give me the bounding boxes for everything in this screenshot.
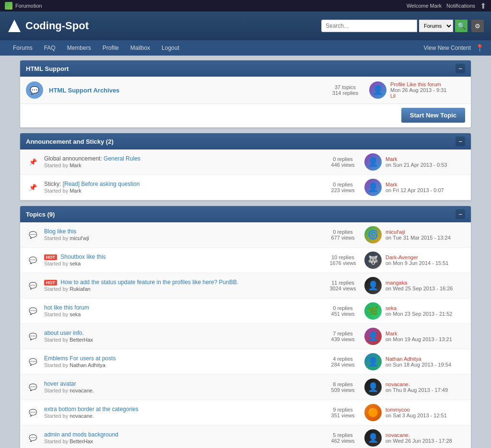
- top-bar-right: Welcome Mark Notifications ⬆: [407, 1, 486, 11]
- announce-last-user-2[interactable]: Mark: [386, 182, 397, 187]
- announce-last-1: 👤 Mark on Sun 21 Apr 2013 - 0:53: [364, 153, 465, 171]
- last-post-avatar: 👤: [369, 81, 386, 99]
- search-input[interactable]: [321, 20, 417, 32]
- forum-info: HTML Support Archives: [49, 87, 321, 94]
- topic-row: 💬 Blog like this Started by micul'wji 0 …: [20, 222, 471, 248]
- announcement-row-2: 📌 Sticky: [Read] Before asking question …: [20, 175, 471, 200]
- html-support-section: HTML Support − 💬 HTML Support Archives 3…: [20, 60, 471, 127]
- topic-title-link[interactable]: Emblems For users at posts: [44, 355, 116, 362]
- last-post-info: Profile Like this forum Mon 26 Aug 2013 …: [390, 81, 446, 99]
- announcement-collapse-btn[interactable]: −: [456, 137, 465, 146]
- announcement-row-1: 📌 Global announcement: General Rules Sta…: [20, 149, 471, 175]
- announce-title-link-1[interactable]: General Rules: [104, 155, 140, 162]
- topic-last-date: on Wed 26 Jun 2013 - 17:28: [386, 438, 452, 444]
- topic-stats: 8 replies509 views: [321, 381, 364, 393]
- announcement-header: Announcement and Sticky (2) −: [20, 133, 471, 149]
- topic-title-link[interactable]: How to add the status update feature in …: [60, 279, 238, 286]
- nav-profile[interactable]: Profile: [97, 40, 125, 56]
- topic-stats: 4 replies284 views: [321, 356, 364, 368]
- topic-row: 💬 Emblems For users at posts Started by …: [20, 349, 471, 375]
- topic-last-user[interactable]: Mark: [386, 331, 397, 336]
- topic-last-date: on Thu 8 Aug 2013 - 17:49: [386, 387, 448, 393]
- topic-row: 💬 hover avatar Started by novacane. 8 re…: [20, 375, 471, 400]
- topic-last: 🌿 seka on Mon 23 Sep 2013 - 21:52: [364, 302, 465, 320]
- topic-last-info: Dark-Avenger on Mon 9 Jun 2014 - 15:51: [386, 254, 448, 266]
- top-arrow-icon: ⬆: [480, 1, 486, 11]
- topic-icon: 💬: [26, 380, 39, 394]
- topic-info: HOT How to add the status update feature…: [44, 279, 321, 292]
- topics-section: Topics (9) − 💬 Blog like this Started by…: [20, 206, 471, 448]
- topic-row: 💬 HOT How to add the status update featu…: [20, 273, 471, 299]
- html-support-collapse-btn[interactable]: −: [456, 64, 465, 73]
- topic-last-info: mangaka on Wed 25 Sep 2013 - 16:26: [386, 280, 453, 291]
- topic-last-info: micul'wji on Tue 31 Mar 2015 - 13:24: [386, 229, 451, 241]
- topic-title-link[interactable]: hot like this forum: [44, 304, 89, 311]
- announce-stats-1: 0 replies446 views: [321, 156, 364, 168]
- topic-row: 💬 extra bottom border at the categories …: [20, 400, 471, 425]
- topic-starter: Started by novacane.: [44, 388, 94, 393]
- announce-starter-2: Started by Mark: [44, 188, 82, 194]
- topic-avatar: 🟠: [364, 404, 382, 421]
- topic-icon: 💬: [26, 304, 39, 318]
- nav-logout[interactable]: Logout: [156, 40, 185, 56]
- topic-title-link[interactable]: extra bottom border at the categories: [44, 406, 139, 413]
- topic-title-link[interactable]: Shoutbox like this: [60, 253, 105, 260]
- topic-last-user[interactable]: micul'wji: [386, 229, 405, 235]
- announce-avatar-2: 👤: [364, 179, 382, 196]
- topic-avatar: 🌿: [364, 302, 382, 320]
- view-new-content-link[interactable]: View New Content: [424, 45, 471, 51]
- topic-last-user[interactable]: Dark-Avenger: [386, 254, 418, 260]
- nav-mailbox[interactable]: Mailbox: [125, 40, 156, 56]
- html-support-archives-row: 💬 HTML Support Archives 37 topics 314 re…: [20, 77, 471, 104]
- topic-last-user[interactable]: seka: [386, 305, 397, 311]
- topic-last-info: Mark on Mon 19 Aug 2013 - 13:21: [386, 331, 452, 342]
- forum-last-post: 👤 Profile Like this forum Mon 26 Aug 201…: [369, 81, 465, 99]
- html-support-header: HTML Support −: [20, 60, 471, 77]
- topic-info: hover avatar Started by novacane.: [44, 380, 321, 394]
- welcome-text: Welcome Mark: [407, 3, 442, 9]
- topic-icon: 💬: [26, 330, 39, 343]
- topic-last: 🌀 micul'wji on Tue 31 Mar 2015 - 13:24: [364, 226, 465, 243]
- topic-avatar: 🌀: [364, 226, 382, 243]
- topic-last-date: on Tue 31 Mar 2015 - 13:24: [386, 235, 451, 241]
- topic-avatar: 👤: [364, 429, 382, 447]
- topic-last-user[interactable]: tommycoo: [386, 407, 410, 413]
- topic-stats: 10 replies1676 views: [321, 254, 364, 266]
- notifications-link[interactable]: Notifications: [446, 3, 475, 9]
- announce-last-user-1[interactable]: Mark: [386, 156, 397, 162]
- topic-title-link[interactable]: admin and mods background: [44, 431, 118, 438]
- topic-starter: Started by seka: [44, 261, 81, 266]
- announce-last-info-1: Mark on Sun 21 Apr 2013 - 0:53: [386, 156, 447, 168]
- topic-last-user[interactable]: mangaka: [386, 280, 407, 286]
- topic-count: 37 topics: [335, 84, 356, 90]
- last-post-user-link[interactable]: Lil: [390, 93, 396, 99]
- topic-title-link[interactable]: about user info.: [44, 330, 84, 336]
- top-bar: Forumotion Welcome Mark Notifications ⬆: [0, 0, 491, 11]
- topic-title-link[interactable]: Blog like this: [44, 228, 76, 235]
- announce-last-date-2: on Fri 12 Apr 2013 - 0:07: [386, 187, 444, 193]
- start-new-topic-button-top[interactable]: Start New Topic: [401, 108, 465, 123]
- last-post-title-link[interactable]: Profile Like this forum: [390, 81, 441, 87]
- topic-last-user[interactable]: novacane.: [386, 432, 410, 438]
- settings-button[interactable]: ⚙: [471, 20, 484, 32]
- search-button[interactable]: 🔍: [455, 20, 468, 32]
- logo[interactable]: Coding-Spot: [7, 19, 89, 33]
- nav-forums[interactable]: Forums: [7, 40, 38, 56]
- nav-faq[interactable]: FAQ: [38, 40, 61, 56]
- topic-last-user[interactable]: novacane.: [386, 381, 410, 387]
- topic-starter: Started by Rukiafan: [44, 286, 91, 292]
- topic-title-link[interactable]: hover avatar: [44, 380, 76, 387]
- topic-last-date: on Wed 25 Sep 2013 - 16:26: [386, 286, 453, 291]
- announce-title-link-2[interactable]: [Read] Before asking question: [63, 181, 140, 187]
- html-support-archives-link[interactable]: HTML Support Archives: [49, 87, 119, 94]
- announce-type-1: Global announcement:: [44, 155, 104, 162]
- topic-last-date: on Mon 23 Sep 2013 - 21:52: [386, 311, 452, 317]
- topic-stats: 11 replies3024 views: [321, 280, 364, 291]
- topic-last-user[interactable]: Nathan Adhitya: [386, 356, 421, 362]
- search-scope-select[interactable]: Forums: [419, 20, 453, 32]
- topic-last-info: novacane. on Wed 26 Jun 2013 - 17:28: [386, 432, 452, 444]
- topics-collapse-btn[interactable]: −: [456, 209, 465, 219]
- topic-info: about user info. Started by BetterHax: [44, 330, 321, 343]
- topic-stats: 0 replies677 views: [321, 229, 364, 241]
- nav-members[interactable]: Members: [61, 40, 97, 56]
